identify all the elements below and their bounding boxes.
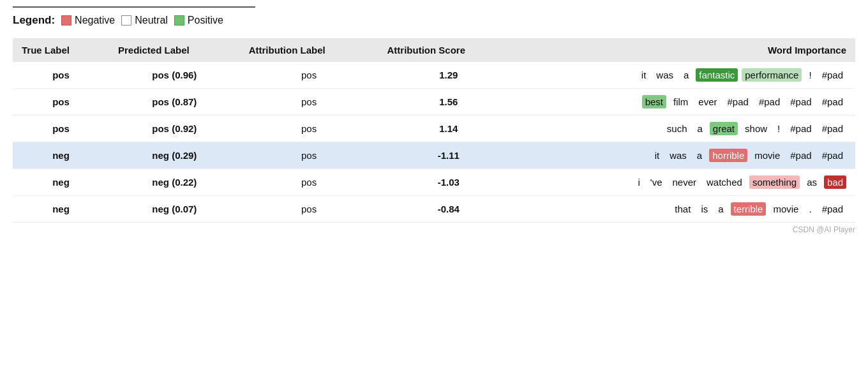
predicted-label-cell: pos (0.87)	[109, 89, 240, 115]
word-token: horrible	[709, 149, 747, 162]
word-token: #pad	[724, 95, 752, 108]
true-label-cell: neg	[13, 142, 109, 169]
word-token: show	[742, 122, 770, 135]
legend-neutral: Neutral	[121, 15, 168, 26]
word-token: is	[698, 202, 711, 216]
attribution-label-cell: pos	[240, 89, 378, 115]
table-row: negneg (0.29)pos-1.11itwasahorriblemovie…	[13, 142, 855, 169]
word-token: movie	[770, 202, 802, 216]
word-token: #pad	[787, 95, 814, 108]
top-divider	[13, 6, 255, 8]
word-importance-cell: itwasafantasticperformance!#pad	[519, 62, 855, 89]
word-token: best	[642, 95, 666, 108]
word-token: was	[653, 68, 677, 82]
word-token: something	[749, 175, 800, 189]
attribution-label-cell: pos	[240, 196, 378, 223]
table-row: pospos (0.92)pos1.14suchagreatshow!#pad#…	[13, 115, 855, 142]
word-token: .	[805, 202, 814, 216]
word-token: #pad	[819, 122, 846, 135]
table-row: negneg (0.07)pos-0.84thatisaterriblemovi…	[13, 196, 855, 223]
table-row: pospos (0.96)pos1.29itwasafantasticperfo…	[13, 62, 855, 89]
predicted-label-cell: neg (0.07)	[109, 196, 240, 223]
col-predicted-label: Predicted Label	[109, 38, 240, 62]
legend-title: Legend:	[13, 14, 55, 27]
legend-negative-label: Negative	[75, 15, 115, 26]
word-token: #pad	[819, 149, 846, 162]
legend-positive-label: Positive	[188, 15, 223, 26]
word-token: #pad	[787, 122, 814, 135]
word-token: a	[680, 68, 692, 82]
word-token: watched	[703, 175, 745, 189]
legend: Legend: Negative Neutral Positive	[13, 14, 855, 27]
word-token: performance	[742, 68, 802, 82]
word-token: i	[634, 175, 643, 189]
word-token: movie	[751, 149, 783, 162]
attribution-label-cell: pos	[240, 169, 378, 196]
true-label-cell: pos	[13, 89, 109, 115]
attribution-score-cell: 1.56	[378, 89, 520, 115]
word-token: #pad	[787, 149, 814, 162]
predicted-label-cell: pos (0.92)	[109, 115, 240, 142]
word-token: as	[804, 175, 820, 189]
col-word-importance: Word Importance	[519, 38, 855, 62]
neutral-color-box	[121, 15, 131, 26]
word-token: bad	[824, 175, 846, 189]
table-row: pospos (0.87)pos1.56bestfilmever#pad#pad…	[13, 89, 855, 115]
word-importance-cell: i'veneverwatchedsomethingasbad	[519, 169, 855, 196]
predicted-label-cell: neg (0.22)	[109, 169, 240, 196]
main-table: True Label Predicted Label Attribution L…	[13, 38, 855, 223]
table-header-row: True Label Predicted Label Attribution L…	[13, 38, 855, 62]
col-true-label: True Label	[13, 38, 109, 62]
attribution-score-cell: -0.84	[378, 196, 520, 223]
word-importance-cell: suchagreatshow!#pad#pad	[519, 115, 855, 142]
word-token: it	[638, 68, 650, 82]
word-token: a	[715, 202, 726, 216]
positive-color-box	[174, 15, 184, 26]
attribution-score-cell: -1.03	[378, 169, 520, 196]
word-importance-cell: bestfilmever#pad#pad#pad#pad	[519, 89, 855, 115]
predicted-label-cell: pos (0.96)	[109, 62, 240, 89]
word-token: that	[671, 202, 694, 216]
word-token: never	[670, 175, 700, 189]
word-token: was	[666, 149, 690, 162]
word-token: such	[664, 122, 691, 135]
word-token: #pad	[756, 95, 783, 108]
true-label-cell: pos	[13, 115, 109, 142]
true-label-cell: neg	[13, 196, 109, 223]
word-token: !	[805, 68, 814, 82]
word-token: #pad	[819, 95, 846, 108]
word-importance-cell: thatisaterriblemovie.#pad	[519, 196, 855, 223]
word-token: fantastic	[696, 68, 738, 82]
true-label-cell: pos	[13, 62, 109, 89]
negative-color-box	[61, 15, 71, 26]
word-token: film	[670, 95, 691, 108]
predicted-label-cell: neg (0.29)	[109, 142, 240, 169]
col-attribution-score: Attribution Score	[378, 38, 520, 62]
word-importance-cell: itwasahorriblemovie#pad#pad	[519, 142, 855, 169]
word-token: a	[694, 122, 706, 135]
attribution-score-cell: 1.14	[378, 115, 520, 142]
word-token: !	[774, 122, 783, 135]
word-token: #pad	[819, 202, 846, 216]
word-token: #pad	[819, 68, 846, 82]
legend-neutral-label: Neutral	[135, 15, 168, 26]
true-label-cell: neg	[13, 169, 109, 196]
word-token: ever	[695, 95, 720, 108]
attribution-label-cell: pos	[240, 62, 378, 89]
legend-positive: Positive	[174, 15, 223, 26]
word-token: terrible	[731, 202, 767, 216]
watermark: CSDN @AI Player	[13, 225, 855, 234]
attribution-label-cell: pos	[240, 115, 378, 142]
word-token: a	[694, 149, 705, 162]
attribution-label-cell: pos	[240, 142, 378, 169]
table-row: negneg (0.22)pos-1.03i'veneverwatchedsom…	[13, 169, 855, 196]
word-token: 've	[647, 175, 666, 189]
attribution-score-cell: -1.11	[378, 142, 520, 169]
word-token: it	[652, 149, 663, 162]
attribution-score-cell: 1.29	[378, 62, 520, 89]
legend-negative: Negative	[61, 15, 115, 26]
col-attribution-label: Attribution Label	[240, 38, 378, 62]
word-token: great	[710, 122, 738, 135]
